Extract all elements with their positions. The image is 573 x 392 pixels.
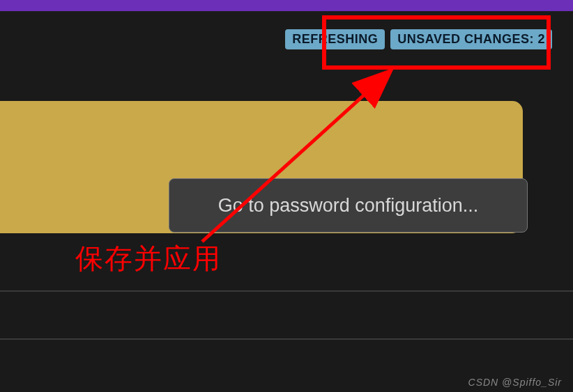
watermark: CSDN @Spiffo_Sir [468,377,562,388]
divider [0,290,573,292]
status-badges: REFRESHING UNSAVED CHANGES: 2 [285,29,552,49]
unsaved-changes-badge[interactable]: UNSAVED CHANGES: 2 [390,29,552,49]
tooltip-text: Go to password configuration... [218,195,479,217]
chinese-annotation-label: 保存并应用 [75,240,222,278]
divider [0,338,573,340]
refreshing-badge: REFRESHING [285,29,385,49]
top-purple-bar [0,0,573,11]
tooltip: Go to password configuration... [169,178,528,233]
